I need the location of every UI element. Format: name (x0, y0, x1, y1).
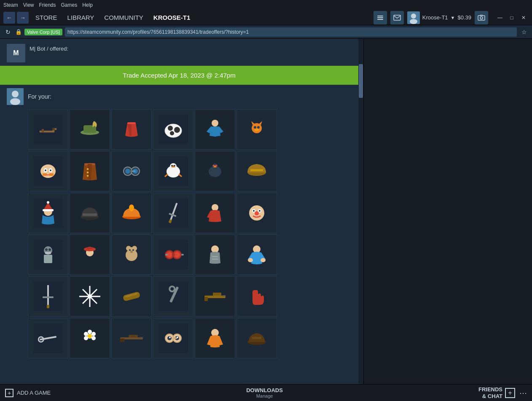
svg-rect-40 (49, 173, 54, 176)
trade-accepted-banner: Trade Accepted Apr 18, 2023 @ 2:47pm (0, 66, 358, 85)
item-cell[interactable] (111, 234, 152, 275)
bookmark-icon[interactable]: ☆ (519, 27, 529, 37)
svg-rect-43 (87, 168, 89, 170)
svg-rect-69 (43, 209, 54, 211)
item-cell[interactable] (111, 109, 152, 150)
user-info[interactable]: Kroose-T1 ▼ $0.39 (407, 11, 471, 24)
item-cell[interactable] (236, 276, 277, 317)
nav-store[interactable]: STORE (35, 14, 57, 21)
item-cell[interactable] (111, 318, 152, 358)
trade-scroll-area[interactable]: M M| Bot / offered: Trade Accepted Apr 1… (0, 39, 363, 384)
scrollbar-thumb[interactable] (359, 64, 363, 98)
svg-point-23 (168, 126, 173, 131)
avatar (407, 11, 420, 24)
svg-rect-127 (47, 305, 49, 308)
offer-text: M| Bot / offered: (30, 44, 68, 52)
menu-help[interactable]: Help (82, 2, 93, 8)
svg-point-93 (45, 248, 48, 251)
nav-library[interactable]: LIBRARY (67, 14, 94, 21)
menu-friends[interactable]: Friends (39, 2, 56, 8)
nav-username[interactable]: KROOSE-T1 (153, 14, 191, 21)
item-cell[interactable] (195, 234, 235, 275)
scrollbar-track[interactable] (358, 39, 363, 384)
item-cell[interactable] (111, 151, 152, 191)
item-cell[interactable] (153, 276, 193, 317)
svg-point-155 (84, 332, 88, 336)
maximize-button[interactable]: □ (507, 13, 517, 23)
item-cell[interactable] (195, 276, 235, 317)
item-cell[interactable] (153, 109, 193, 150)
item-cell[interactable] (111, 193, 152, 233)
item-cell[interactable] (236, 109, 277, 150)
menu-view[interactable]: View (23, 2, 34, 8)
item-image (200, 156, 230, 186)
item-cell[interactable] (195, 193, 235, 233)
item-cell[interactable] (153, 234, 193, 275)
svg-point-56 (171, 165, 173, 167)
item-cell[interactable] (28, 276, 68, 317)
item-cell[interactable] (70, 276, 110, 317)
item-cell[interactable] (70, 318, 110, 358)
item-cell[interactable] (28, 234, 68, 275)
item-cell[interactable] (28, 151, 68, 191)
item-cell[interactable] (28, 318, 68, 358)
valve-badge: Valve Corp [US] (24, 29, 62, 35)
item-cell[interactable] (236, 151, 277, 191)
friends-add-button[interactable]: + (505, 388, 515, 398)
item-image (158, 156, 188, 186)
svg-point-123 (261, 258, 266, 262)
steam-icon-btn[interactable] (373, 11, 387, 24)
bottom-center[interactable]: DOWNLOADS Manage (246, 387, 283, 398)
item-cell[interactable] (153, 151, 193, 191)
svg-point-153 (91, 332, 96, 336)
item-cell[interactable] (28, 109, 68, 150)
svg-point-107 (130, 250, 133, 253)
svg-point-133 (88, 294, 92, 299)
item-cell[interactable] (236, 318, 277, 358)
mail-button[interactable] (390, 11, 404, 24)
item-cell[interactable] (153, 318, 193, 358)
url-input[interactable] (65, 27, 517, 37)
item-image (33, 240, 63, 270)
menu-games[interactable]: Games (61, 2, 78, 8)
refresh-button[interactable]: ↻ (3, 27, 13, 37)
svg-rect-39 (43, 173, 47, 176)
item-cell[interactable] (236, 193, 277, 233)
close-button[interactable]: ✕ (519, 13, 529, 23)
main-content: M M| Bot / offered: Trade Accepted Apr 1… (0, 39, 532, 384)
add-game-icon: + (5, 389, 13, 397)
add-game-button[interactable]: ADD A GAME (17, 390, 51, 396)
nav-community[interactable]: COMMUNITY (104, 14, 143, 21)
svg-rect-114 (165, 254, 168, 256)
item-cell[interactable] (153, 193, 193, 233)
svg-point-24 (174, 127, 180, 133)
svg-point-38 (50, 170, 51, 171)
back-button[interactable]: ← (3, 12, 15, 24)
item-cell[interactable] (111, 276, 152, 317)
item-cell[interactable] (28, 193, 68, 233)
item-cell[interactable] (195, 318, 235, 358)
window-controls: — □ ✕ (495, 13, 529, 23)
item-image (116, 323, 147, 353)
item-image (158, 198, 188, 228)
item-cell[interactable] (195, 151, 235, 191)
item-image (242, 240, 272, 270)
menu-steam[interactable]: Steam (3, 2, 18, 8)
item-image (200, 114, 230, 145)
svg-rect-145 (223, 295, 226, 296)
forward-button[interactable]: → (17, 12, 29, 24)
dropdown-arrow: ▼ (451, 15, 455, 20)
item-cell[interactable] (70, 151, 110, 191)
more-options-button[interactable]: ⋯ (519, 388, 527, 398)
item-image (75, 240, 105, 270)
titlebar: ← → STORE LIBRARY COMMUNITY KROOSE-T1 (0, 10, 532, 25)
screenshot-button[interactable] (475, 11, 488, 24)
item-cell[interactable] (236, 234, 277, 275)
item-cell[interactable] (70, 234, 110, 275)
item-cell[interactable] (195, 109, 235, 150)
svg-point-37 (45, 170, 46, 171)
minimize-button[interactable]: — (495, 13, 505, 23)
item-cell[interactable] (70, 193, 110, 233)
item-cell[interactable] (70, 109, 110, 150)
svg-point-87 (253, 210, 255, 212)
